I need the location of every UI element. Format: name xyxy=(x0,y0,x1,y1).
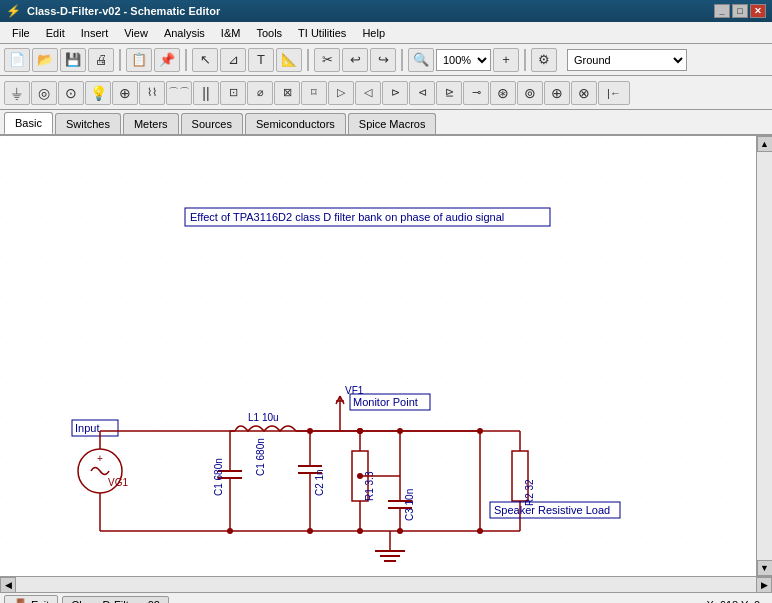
document-tab[interactable]: Class-D-Filter-v02 xyxy=(62,596,169,604)
probe-button[interactable]: 📐 xyxy=(276,48,302,72)
svg-text:C3 10n: C3 10n xyxy=(404,489,415,521)
probe4-button[interactable]: ⊗ xyxy=(571,81,597,105)
cursor-button[interactable]: ↖ xyxy=(192,48,218,72)
menu-im[interactable]: I&M xyxy=(213,25,249,41)
opamp-button[interactable]: ▷ xyxy=(328,81,354,105)
menu-help[interactable]: Help xyxy=(354,25,393,41)
undo-button[interactable]: ↩ xyxy=(342,48,368,72)
svg-point-55 xyxy=(227,528,233,534)
main-area: Effect of TPA3116D2 class D filter bank … xyxy=(0,136,772,576)
wire-button[interactable]: ⊿ xyxy=(220,48,246,72)
menubar: File Edit Insert View Analysis I&M Tools… xyxy=(0,22,772,44)
jfet-button[interactable]: ⊵ xyxy=(436,81,462,105)
isource-button[interactable]: ⊙ xyxy=(58,81,84,105)
switch-button[interactable]: ⌀ xyxy=(247,81,273,105)
tab-sources[interactable]: Sources xyxy=(181,113,243,134)
redo-button[interactable]: ↪ xyxy=(370,48,396,72)
save-button[interactable]: 💾 xyxy=(60,48,86,72)
close-button[interactable]: ✕ xyxy=(750,4,766,18)
sep1 xyxy=(119,49,121,71)
schematic-svg: Effect of TPA3116D2 class D filter bank … xyxy=(0,136,756,576)
scroll-track-v[interactable] xyxy=(757,152,772,560)
window-controls: _ □ ✕ xyxy=(714,4,766,18)
transformer-button[interactable]: ⊡ xyxy=(220,81,246,105)
svg-text:C1 680n: C1 680n xyxy=(255,438,266,476)
fuse-button[interactable]: ⌑ xyxy=(301,81,327,105)
zoom-select[interactable]: 100% 50% 200% xyxy=(436,49,491,71)
new-button[interactable]: 📄 xyxy=(4,48,30,72)
schematic-canvas[interactable]: Effect of TPA3116D2 class D filter bank … xyxy=(0,136,756,576)
probe1-button[interactable]: ⊛ xyxy=(490,81,516,105)
inductor-button[interactable]: ⌒⌒ xyxy=(166,81,192,105)
svg-text:C2 1n: C2 1n xyxy=(314,469,325,496)
sep3 xyxy=(307,49,309,71)
titlebar: ⚡ Class-D-Filter-v02 - Schematic Editor … xyxy=(0,0,772,22)
tab-meters[interactable]: Meters xyxy=(123,113,179,134)
app-icon: ⚡ xyxy=(6,4,21,18)
menu-view[interactable]: View xyxy=(116,25,156,41)
toolbar-main: 📄 📂 💾 🖨 📋 📌 ↖ ⊿ T 📐 ✂ ↩ ↪ 🔍 100% 50% 200… xyxy=(0,44,772,76)
capacitor-button[interactable]: || xyxy=(193,81,219,105)
statusbar: 🚪 Exit Class-D-Filter-v02 X: 618 Y: 0 xyxy=(0,592,772,603)
menu-edit[interactable]: Edit xyxy=(38,25,73,41)
paste-button[interactable]: 📌 xyxy=(154,48,180,72)
exit-button[interactable]: 🚪 Exit xyxy=(4,595,58,604)
svg-text:C1 680n: C1 680n xyxy=(213,458,224,496)
text-button[interactable]: T xyxy=(248,48,274,72)
ground-select[interactable]: Ground xyxy=(567,49,687,71)
menu-tools[interactable]: Tools xyxy=(248,25,290,41)
print-button[interactable]: 🖨 xyxy=(88,48,114,72)
zener-button[interactable]: ⊳ xyxy=(382,81,408,105)
vsource-button[interactable]: ◎ xyxy=(31,81,57,105)
lamp-button[interactable]: 💡 xyxy=(85,81,111,105)
svg-point-56 xyxy=(307,528,313,534)
sep2 xyxy=(185,49,187,71)
menu-ti-utilities[interactable]: TI Utilities xyxy=(290,25,354,41)
bjt-button[interactable]: ⊲ xyxy=(409,81,435,105)
scroll-left-button[interactable]: ◀ xyxy=(0,577,16,593)
menu-file[interactable]: File xyxy=(4,25,38,41)
vertical-scrollbar[interactable]: ▲ ▼ xyxy=(756,136,772,576)
open-button[interactable]: 📂 xyxy=(32,48,58,72)
svg-point-65 xyxy=(477,528,483,534)
diode-button[interactable]: ◁ xyxy=(355,81,381,105)
scroll-right-button[interactable]: ▶ xyxy=(756,577,772,593)
sep4 xyxy=(401,49,403,71)
maximize-button[interactable]: □ xyxy=(732,4,748,18)
component-tabbar: Basic Switches Meters Sources Semiconduc… xyxy=(0,110,772,136)
vmarker-button[interactable]: |← xyxy=(598,81,630,105)
menu-analysis[interactable]: Analysis xyxy=(156,25,213,41)
minimize-button[interactable]: _ xyxy=(714,4,730,18)
tab-semiconductors[interactable]: Semiconductors xyxy=(245,113,346,134)
svg-text:Monitor Point: Monitor Point xyxy=(353,396,418,408)
svg-point-72 xyxy=(397,428,403,434)
window-title: Class-D-Filter-v02 - Schematic Editor xyxy=(27,5,714,17)
svg-rect-1 xyxy=(0,136,756,576)
probe2-button[interactable]: ⊚ xyxy=(517,81,543,105)
scroll-up-button[interactable]: ▲ xyxy=(757,136,773,152)
svg-text:VG1: VG1 xyxy=(108,477,128,488)
probe3-button[interactable]: ⊕ xyxy=(544,81,570,105)
svg-point-57 xyxy=(357,528,363,534)
copy-button[interactable]: 📋 xyxy=(126,48,152,72)
zoom-in-button[interactable]: + xyxy=(493,48,519,72)
relay-button[interactable]: ⊠ xyxy=(274,81,300,105)
motor-button[interactable]: ⊕ xyxy=(112,81,138,105)
horizontal-scrollbar[interactable]: ◀ ▶ xyxy=(0,576,772,592)
tab-spice-macros[interactable]: Spice Macros xyxy=(348,113,437,134)
svg-text:Effect of TPA3116D2 class D fi: Effect of TPA3116D2 class D filter bank … xyxy=(190,211,504,223)
mosfet-button[interactable]: ⊸ xyxy=(463,81,489,105)
ground-comp-button[interactable]: ⏚ xyxy=(4,81,30,105)
tab-switches[interactable]: Switches xyxy=(55,113,121,134)
svg-text:L1 10u: L1 10u xyxy=(248,412,279,423)
menu-insert[interactable]: Insert xyxy=(73,25,117,41)
tab-basic[interactable]: Basic xyxy=(4,112,53,134)
scroll-track-h[interactable] xyxy=(16,577,756,592)
search-button[interactable]: 🔍 xyxy=(408,48,434,72)
resistor-button[interactable]: ⌇⌇ xyxy=(139,81,165,105)
scroll-down-button[interactable]: ▼ xyxy=(757,560,773,576)
sep5 xyxy=(524,49,526,71)
settings-button[interactable]: ⚙ xyxy=(531,48,557,72)
exit-label: Exit xyxy=(31,599,49,604)
cut-button[interactable]: ✂ xyxy=(314,48,340,72)
